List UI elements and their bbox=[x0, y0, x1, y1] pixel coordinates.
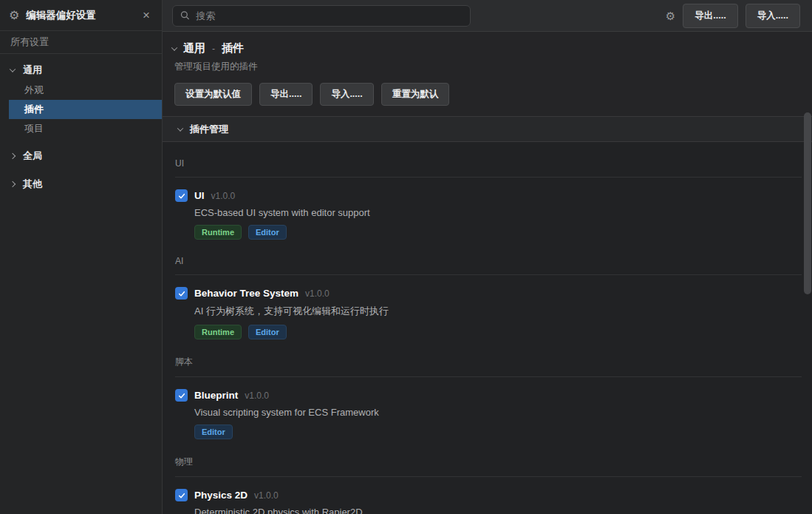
category-divider bbox=[175, 177, 802, 177]
plugin-category: UI UI v1.0.0 ECS-based UI system with ed… bbox=[175, 158, 802, 240]
export-button[interactable]: 导出..... bbox=[683, 4, 737, 28]
plugin-item: Behavior Tree System v1.0.0 AI 行为树系统，支持可… bbox=[175, 287, 802, 339]
badge-editor: Editor bbox=[194, 425, 233, 439]
plugin-category: 物理 Physics 2D v1.0.0 Deterministic 2D ph… bbox=[175, 456, 802, 514]
settings-gear-icon[interactable]: ⚙ bbox=[666, 10, 675, 21]
sidebar-item-label: 其他 bbox=[23, 177, 42, 191]
plugin-enabled-checkbox[interactable] bbox=[175, 189, 188, 202]
plugin-badges: RuntimeEditor bbox=[194, 325, 802, 339]
category-plugins: Blueprint v1.0.0 Visual scripting system… bbox=[175, 389, 802, 439]
chevron-down-icon bbox=[10, 66, 16, 72]
main-panel: ⚙ 导出..... 导入..... 通用 - 插件 管理项目使用的插件 设置为默… bbox=[163, 0, 812, 514]
page-title: 插件 bbox=[222, 41, 244, 55]
badge-runtime: Runtime bbox=[194, 325, 242, 339]
plugin-version: v1.0.0 bbox=[254, 490, 279, 501]
sidebar-item-all-settings[interactable]: 所有设置 bbox=[0, 31, 162, 54]
plugin-management-title: 插件管理 bbox=[190, 123, 228, 136]
sidebar-item-label: 项目 bbox=[24, 122, 44, 135]
plugin-description: AI 行为树系统，支持可视化编辑和运行时执行 bbox=[194, 305, 802, 318]
plugin-category: AI Behavior Tree System v1.0.0 AI 行为树系统，… bbox=[175, 256, 802, 339]
plugin-head: UI v1.0.0 bbox=[175, 189, 802, 202]
sidebar-item-other[interactable]: 其他 bbox=[0, 174, 162, 195]
action-row: 设置为默认值 导出..... 导入..... 重置为默认 bbox=[174, 83, 800, 106]
search-icon bbox=[180, 10, 190, 21]
topbar-actions: ⚙ 导出..... 导入..... bbox=[666, 4, 800, 28]
close-icon[interactable]: × bbox=[140, 7, 153, 23]
chevron-down-icon bbox=[177, 125, 183, 131]
breadcrumb-separator: - bbox=[212, 44, 215, 54]
plugin-name: Behavior Tree System bbox=[194, 288, 298, 299]
page-subtitle: 管理项目使用的插件 bbox=[174, 61, 800, 73]
sidebar-header: ⚙ 编辑器偏好设置 × bbox=[0, 0, 162, 31]
plugin-item: UI v1.0.0 ECS-based UI system with edito… bbox=[175, 189, 802, 240]
badge-editor: Editor bbox=[248, 325, 287, 339]
category-divider bbox=[175, 376, 802, 377]
category-label: 物理 bbox=[175, 456, 802, 468]
plugin-list: UI UI v1.0.0 ECS-based UI system with ed… bbox=[163, 142, 812, 514]
chevron-right-icon bbox=[10, 153, 16, 159]
set-default-button[interactable]: 设置为默认值 bbox=[174, 83, 252, 106]
plugin-name: UI bbox=[194, 190, 205, 201]
check-icon bbox=[178, 290, 185, 297]
plugin-head: Physics 2D v1.0.0 bbox=[175, 489, 802, 501]
category-plugins: Behavior Tree System v1.0.0 AI 行为树系统，支持可… bbox=[175, 287, 802, 339]
plugin-version: v1.0.0 bbox=[211, 191, 236, 201]
plugin-name: Blueprint bbox=[194, 390, 238, 401]
plugin-enabled-checkbox[interactable] bbox=[175, 287, 188, 300]
sidebar-item-label: 通用 bbox=[23, 64, 42, 77]
chevron-down-icon[interactable] bbox=[171, 44, 177, 50]
plugin-enabled-checkbox[interactable] bbox=[175, 489, 188, 501]
plugin-item: Blueprint v1.0.0 Visual scripting system… bbox=[175, 389, 802, 439]
plugin-enabled-checkbox[interactable] bbox=[175, 389, 188, 402]
sidebar-item-plugins[interactable]: 插件 bbox=[9, 100, 162, 119]
category-label: UI bbox=[175, 158, 802, 169]
import-button[interactable]: 导入..... bbox=[746, 4, 800, 28]
plugin-badges: Editor bbox=[194, 425, 802, 439]
category-label: 脚本 bbox=[175, 356, 802, 368]
sidebar-item-global[interactable]: 全局 bbox=[0, 146, 162, 166]
all-settings-label: 所有设置 bbox=[10, 35, 49, 49]
check-icon bbox=[178, 392, 185, 399]
plugin-management-header[interactable]: 插件管理 bbox=[163, 116, 812, 142]
search-box[interactable] bbox=[172, 5, 471, 27]
breadcrumb-section: 通用 bbox=[183, 41, 205, 55]
import-settings-button[interactable]: 导入..... bbox=[320, 83, 373, 106]
plugin-description: Deterministic 2D physics with Rapier2D bbox=[194, 507, 802, 514]
scrollbar[interactable] bbox=[803, 111, 812, 514]
plugin-head: Behavior Tree System v1.0.0 bbox=[175, 287, 802, 300]
page-header: 通用 - 插件 管理项目使用的插件 设置为默认值 导出..... 导入.....… bbox=[163, 32, 812, 116]
plugin-badges: RuntimeEditor bbox=[194, 225, 802, 240]
sidebar-item-general[interactable]: 通用 bbox=[0, 60, 162, 81]
sidebar-item-label: 插件 bbox=[24, 103, 44, 116]
plugin-name: Physics 2D bbox=[194, 490, 248, 501]
search-input[interactable] bbox=[196, 10, 463, 21]
plugin-category: 脚本 Blueprint v1.0.0 Visual scripting sys… bbox=[175, 356, 802, 439]
category-divider bbox=[175, 476, 802, 477]
badge-editor: Editor bbox=[248, 225, 287, 240]
category-plugins: UI v1.0.0 ECS-based UI system with edito… bbox=[175, 189, 802, 240]
sidebar-item-label: 全局 bbox=[23, 149, 42, 163]
scrollbar-thumb[interactable] bbox=[804, 112, 811, 294]
plugin-description: ECS-based UI system with editor support bbox=[194, 207, 802, 218]
plugin-item: Physics 2D v1.0.0 Deterministic 2D physi… bbox=[175, 489, 802, 514]
settings-tree: 通用 外观 插件 项目 全局 其他 bbox=[0, 54, 162, 195]
plugin-description: Visual scripting system for ECS Framewor… bbox=[194, 407, 802, 418]
preferences-sidebar: ⚙ 编辑器偏好设置 × 所有设置 通用 外观 插件 项目 全局 其他 bbox=[0, 0, 163, 514]
plugin-version: v1.0.0 bbox=[245, 390, 269, 401]
sidebar-item-label: 外观 bbox=[24, 84, 44, 97]
export-settings-button[interactable]: 导出..... bbox=[259, 83, 313, 106]
check-icon bbox=[178, 492, 185, 499]
check-icon bbox=[178, 192, 185, 200]
badge-runtime: Runtime bbox=[194, 225, 242, 240]
sidebar-item-project[interactable]: 项目 bbox=[0, 119, 162, 138]
category-label: AI bbox=[175, 256, 802, 266]
category-plugins: Physics 2D v1.0.0 Deterministic 2D physi… bbox=[175, 489, 802, 514]
topbar: ⚙ 导出..... 导入..... bbox=[163, 0, 812, 32]
sidebar-item-appearance[interactable]: 外观 bbox=[0, 81, 162, 100]
gear-icon: ⚙ bbox=[9, 10, 19, 21]
plugin-version: v1.0.0 bbox=[305, 288, 330, 299]
reset-default-button[interactable]: 重置为默认 bbox=[381, 83, 450, 106]
breadcrumb: 通用 - 插件 bbox=[172, 41, 800, 55]
plugin-head: Blueprint v1.0.0 bbox=[175, 389, 802, 402]
category-divider bbox=[175, 274, 802, 275]
